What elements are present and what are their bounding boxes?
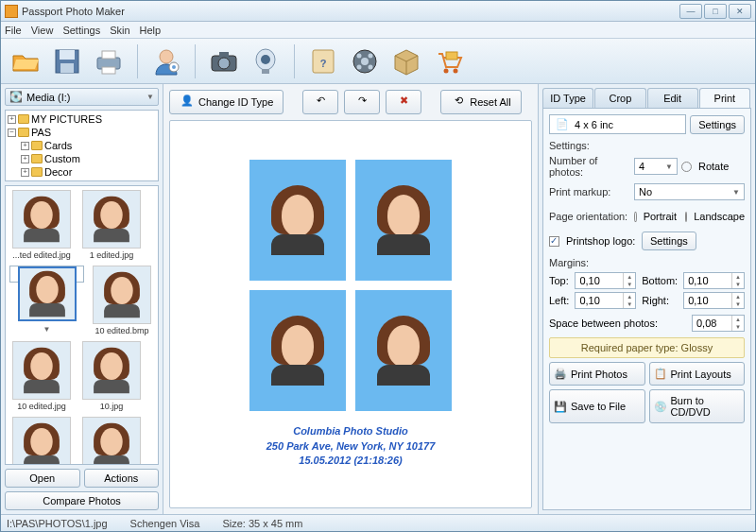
- margin-bottom-input[interactable]: ▲▼: [683, 272, 745, 289]
- paper-size: 4 x 6 inc: [575, 119, 613, 130]
- maximize-button[interactable]: □: [704, 4, 727, 19]
- rotate-right-button[interactable]: ↷: [344, 90, 380, 114]
- passport-photo: [249, 290, 346, 411]
- svg-rect-25: [446, 52, 457, 60]
- save-icon: 💾: [554, 401, 567, 413]
- tree-label: Cards: [44, 140, 72, 151]
- cart-tool[interactable]: [429, 43, 467, 80]
- save-tool[interactable]: [48, 43, 86, 80]
- margin-right-input[interactable]: ▲▼: [683, 292, 745, 309]
- package-tool[interactable]: [387, 43, 425, 80]
- actions-button[interactable]: Actions: [84, 469, 160, 488]
- thumbnail-label: 10 edited.bmp: [90, 326, 154, 335]
- print-tool[interactable]: [90, 43, 128, 80]
- thumbnail-image: [82, 417, 141, 465]
- tab-idtype[interactable]: ID Type: [542, 88, 593, 108]
- tree-item[interactable]: +MY PICTURES: [8, 112, 156, 126]
- portrait-label: Portrait: [644, 211, 677, 222]
- print-layouts-button[interactable]: 📋Print Layouts: [649, 362, 746, 386]
- tree-toggle[interactable]: +: [21, 142, 29, 150]
- menu-help[interactable]: Help: [140, 25, 162, 36]
- tree-toggle[interactable]: +: [21, 155, 29, 163]
- thumbnail[interactable]: 10 edited.bmp: [90, 266, 154, 335]
- thumbnail[interactable]: 3.jpg: [79, 417, 144, 465]
- thumbnail-image: [12, 341, 71, 400]
- paper-settings-button[interactable]: Settings: [690, 115, 745, 134]
- menu-view[interactable]: View: [31, 25, 54, 36]
- thumbnail-image: [12, 190, 71, 249]
- media-selector[interactable]: 💽 Media (I:) ▼: [5, 88, 159, 106]
- delete-button[interactable]: ✖: [386, 90, 421, 114]
- tree-toggle[interactable]: +: [21, 168, 29, 177]
- print-markup-select[interactable]: No: [634, 183, 745, 200]
- menubar: File View Settings Skin Help: [1, 22, 755, 39]
- tree-item[interactable]: +Custom: [8, 152, 156, 165]
- printshop-settings-button[interactable]: Settings: [642, 232, 696, 250]
- burn-cd-button[interactable]: 💿Burn to CD/DVD: [649, 389, 746, 423]
- settings-heading: Settings:: [549, 140, 745, 151]
- tree-item[interactable]: +Func: [8, 179, 156, 181]
- tree-label: PAS: [31, 127, 51, 138]
- open-tool[interactable]: [7, 43, 44, 80]
- close-button[interactable]: ✕: [729, 4, 751, 19]
- thumbnail[interactable]: 2.jpg: [9, 417, 74, 465]
- thumbnail[interactable]: 1.jpg: [9, 266, 84, 283]
- tab-edit[interactable]: Edit: [647, 88, 698, 108]
- portrait-radio[interactable]: [634, 212, 637, 222]
- tree-item[interactable]: −PAS: [8, 126, 156, 139]
- tree-toggle[interactable]: +: [21, 181, 29, 182]
- rotate-radio[interactable]: [681, 162, 692, 172]
- photo-grid: [249, 160, 452, 411]
- svg-point-6: [160, 50, 173, 63]
- rotate-left-button[interactable]: ↶: [302, 90, 338, 114]
- thumbnail-image: [82, 190, 141, 249]
- landscape-radio[interactable]: [685, 212, 688, 222]
- open-button[interactable]: Open: [5, 469, 80, 488]
- print-photos-button[interactable]: 🖨️Print Photos: [549, 362, 645, 386]
- menu-file[interactable]: File: [5, 25, 22, 36]
- change-id-button[interactable]: 👤 Change ID Type: [169, 90, 284, 114]
- margin-top-label: Top:: [549, 275, 569, 286]
- margin-left-input[interactable]: ▲▼: [575, 292, 636, 309]
- tree-item[interactable]: +Cards: [8, 139, 156, 152]
- thumbnail[interactable]: ...ted edited.jpg: [9, 190, 74, 260]
- orientation-label: Page orientation:: [549, 211, 630, 222]
- menu-skin[interactable]: Skin: [110, 25, 129, 36]
- thumbnail[interactable]: 1 edited.jpg: [79, 190, 144, 260]
- num-photos-select[interactable]: 4: [634, 158, 678, 175]
- center-pane: 👤 Change ID Type ↶ ↷ ✖ ⟲ Reset All: [163, 84, 538, 514]
- body: 💽 Media (I:) ▼ +MY PICTURES−PAS+Cards+Cu…: [1, 84, 755, 514]
- reset-all-button[interactable]: ⟲ Reset All: [440, 90, 521, 114]
- folder-tree[interactable]: +MY PICTURES−PAS+Cards+Custom+Decor+Func: [5, 110, 159, 181]
- compare-button[interactable]: Compare Photos: [5, 491, 159, 510]
- margin-top-input[interactable]: ▲▼: [575, 272, 636, 289]
- video-tool[interactable]: [346, 43, 384, 80]
- space-input[interactable]: ▲▼: [692, 315, 745, 332]
- passport-photo: [355, 160, 452, 281]
- thumbnail-grid[interactable]: ...ted edited.jpg1 edited.jpg1.jpg10 edi…: [5, 185, 159, 465]
- tree-item[interactable]: +Decor: [8, 165, 156, 179]
- tab-crop[interactable]: Crop: [594, 88, 645, 108]
- svg-point-24: [454, 68, 458, 73]
- help-tool[interactable]: ?: [304, 43, 342, 80]
- minimize-button[interactable]: —: [679, 4, 702, 19]
- svg-rect-5: [102, 67, 115, 74]
- paper-select[interactable]: 📄 4 x 6 inc: [549, 114, 686, 134]
- tree-toggle[interactable]: −: [8, 129, 16, 137]
- printshop-checkbox[interactable]: [549, 236, 559, 247]
- svg-rect-11: [219, 52, 229, 57]
- save-file-button[interactable]: 💾Save to File: [549, 389, 645, 423]
- menu-settings[interactable]: Settings: [62, 25, 100, 36]
- svg-point-21: [357, 64, 362, 69]
- thumbnail[interactable]: 10.jpg: [79, 341, 144, 411]
- tab-print[interactable]: Print: [699, 88, 750, 108]
- status-visa: Schengen Visa: [130, 518, 200, 529]
- titlebar: Passport Photo Maker — □ ✕: [1, 1, 755, 22]
- camera-tool[interactable]: [205, 43, 243, 80]
- thumbnail[interactable]: 10 edited.jpg: [9, 341, 74, 411]
- webcam-tool[interactable]: [247, 43, 284, 80]
- tree-toggle[interactable]: +: [8, 115, 16, 124]
- status-size: Size: 35 x 45 mm: [222, 518, 302, 529]
- user-tool[interactable]: [147, 43, 185, 80]
- svg-rect-14: [262, 69, 269, 74]
